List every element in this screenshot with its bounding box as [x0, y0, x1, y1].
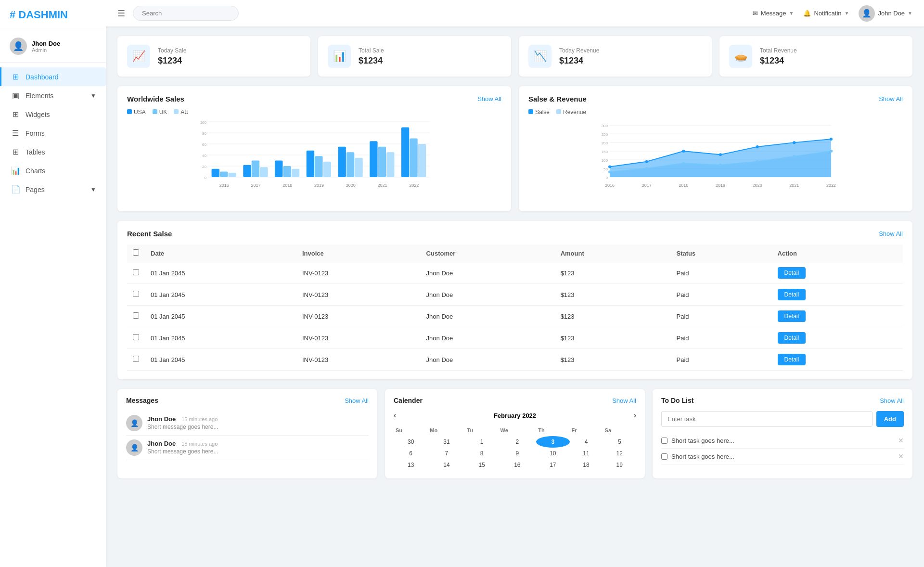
calendar-day-2-2[interactable]: 15: [465, 459, 499, 471]
calendar-day-0-2[interactable]: 1: [465, 436, 499, 448]
calendar-day-0-0[interactable]: 30: [394, 436, 428, 448]
calendar-day-1-5[interactable]: 11: [570, 448, 603, 459]
sales-revenue-show-all[interactable]: Show All: [879, 95, 903, 103]
sidebar-item-dashboard[interactable]: ⊞ Dashboard: [0, 67, 106, 86]
calendar-day-0-4[interactable]: 3: [536, 436, 569, 448]
svg-point-58: [756, 145, 759, 148]
calendar-day-1-2[interactable]: 8: [465, 448, 499, 459]
message-avatar-0: 👤: [126, 415, 142, 431]
message-text-0: Short message goes here...: [147, 424, 218, 430]
svg-text:2017: 2017: [251, 183, 261, 188]
svg-text:2017: 2017: [642, 183, 652, 188]
row-checkbox-4[interactable]: [133, 356, 139, 362]
detail-button-3[interactable]: Detail: [778, 332, 806, 344]
calendar-day-1-6[interactable]: 12: [603, 448, 636, 459]
svg-rect-21: [283, 166, 291, 177]
calendar-prev-button[interactable]: ‹: [394, 411, 396, 420]
calendar-next-button[interactable]: ›: [634, 411, 636, 420]
svg-text:80: 80: [202, 131, 206, 136]
todo-checkbox-1[interactable]: [661, 453, 667, 460]
svg-rect-24: [307, 151, 314, 177]
todo-text-1: Short task goes here...: [671, 453, 734, 460]
calendar-show-all[interactable]: Show All: [612, 397, 636, 404]
sales-revenue-header: Salse & Revenue Show All: [528, 95, 903, 103]
message-button[interactable]: ✉ Message ▼: [753, 10, 794, 17]
sidebar-item-widgets[interactable]: ⊞ Widgets: [0, 105, 106, 124]
detail-button-1[interactable]: Detail: [778, 289, 806, 300]
calendar-day-1-1[interactable]: 7: [428, 448, 465, 459]
sales-revenue-title: Salse & Revenue: [528, 95, 587, 103]
notification-label: Notificatin: [814, 10, 841, 17]
user-menu-button[interactable]: 👤 John Doe ▼: [859, 5, 912, 22]
todo-delete-button-0[interactable]: ✕: [898, 437, 904, 444]
svg-point-67: [830, 150, 833, 153]
svg-rect-32: [370, 141, 377, 177]
menu-icon[interactable]: ☰: [117, 8, 125, 19]
todo-input[interactable]: [661, 411, 873, 427]
svg-rect-37: [410, 139, 417, 178]
sidebar-item-tables[interactable]: ⊞ Tables: [0, 142, 106, 161]
svg-text:2021: 2021: [377, 183, 387, 188]
svg-rect-38: [418, 144, 426, 177]
calendar-day-0-1[interactable]: 31: [428, 436, 465, 448]
sidebar-item-charts[interactable]: 📊 Charts: [0, 161, 106, 180]
worldwide-sales-show-all[interactable]: Show All: [477, 95, 501, 103]
calendar-day-2-4[interactable]: 17: [536, 459, 569, 471]
calendar-day-1-3[interactable]: 9: [499, 448, 537, 459]
todo-item-0: Short task goes here... ✕: [661, 433, 904, 449]
calendar-day-0-6[interactable]: 5: [603, 436, 636, 448]
sidebar-item-pages[interactable]: 📄 Pages ▼: [0, 180, 106, 199]
todo-add-button[interactable]: Add: [876, 411, 904, 427]
calendar-day-2-5[interactable]: 18: [570, 459, 603, 471]
message-name-0: Jhon Doe: [147, 415, 176, 423]
calendar-day-header: Su: [394, 425, 428, 436]
detail-button-2[interactable]: Detail: [778, 310, 806, 322]
sales-revenue-card: Salse & Revenue Show All SalseRevenue 05…: [519, 86, 912, 211]
user-info: Jhon Doe Admin: [32, 40, 60, 53]
sidebar-user: 👤 Jhon Doe Admin: [0, 30, 106, 63]
row-checkbox-cell-3: [127, 327, 145, 349]
calendar-day-1-0[interactable]: 6: [394, 448, 428, 459]
notification-button[interactable]: 🔔 Notificatin ▼: [803, 10, 849, 17]
header-avatar: 👤: [859, 5, 875, 22]
calendar-day-2-6[interactable]: 19: [603, 459, 636, 471]
todo-show-all[interactable]: Show All: [880, 397, 904, 404]
row-checkbox-0[interactable]: [133, 269, 139, 275]
detail-button-4[interactable]: Detail: [778, 354, 806, 365]
select-all-checkbox[interactable]: [133, 249, 139, 256]
worldwide-sales-title: Worldwide Sales: [127, 95, 184, 103]
cell-customer-1: Jhon Doe: [421, 284, 555, 306]
todo-delete-button-1[interactable]: ✕: [898, 452, 904, 460]
sidebar-item-elements[interactable]: ▣ Elements ▼: [0, 86, 106, 105]
search-input[interactable]: [133, 6, 239, 21]
row-checkbox-1[interactable]: [133, 291, 139, 297]
calendar-day-2-1[interactable]: 14: [428, 459, 465, 471]
calendar-day-header: Tu: [465, 425, 499, 436]
svg-point-56: [682, 150, 685, 153]
forms-icon: ☰: [11, 129, 20, 138]
stat-icon-0: 📈: [127, 45, 150, 68]
svg-text:100: 100: [200, 120, 207, 125]
messages-show-all[interactable]: Show All: [345, 397, 369, 404]
cell-action-1: Detail: [772, 284, 903, 306]
calendar-day-0-3[interactable]: 2: [499, 436, 537, 448]
sidebar-label-charts: Charts: [26, 167, 45, 175]
svg-point-66: [793, 155, 796, 158]
row-checkbox-2[interactable]: [133, 312, 139, 319]
calendar-day-0-5[interactable]: 4: [570, 436, 603, 448]
row-checkbox-3[interactable]: [133, 334, 139, 340]
svg-text:2019: 2019: [716, 183, 725, 188]
charts-icon: 📊: [11, 166, 20, 175]
calendar-day-2-3[interactable]: 16: [499, 459, 537, 471]
detail-button-0[interactable]: Detail: [778, 267, 806, 279]
cell-customer-2: Jhon Doe: [421, 306, 555, 327]
sidebar-item-forms[interactable]: ☰ Forms: [0, 124, 106, 142]
calendar-day-1-4[interactable]: 10: [536, 448, 569, 459]
cell-invoice-4: INV-0123: [296, 349, 421, 371]
todo-title: To Do List: [661, 397, 693, 404]
calendar-day-2-0[interactable]: 13: [394, 459, 428, 471]
todo-checkbox-0[interactable]: [661, 438, 667, 444]
recent-sales-show-all[interactable]: Show All: [879, 230, 903, 237]
svg-rect-36: [401, 128, 409, 178]
table-col-2: Invoice: [296, 245, 421, 262]
